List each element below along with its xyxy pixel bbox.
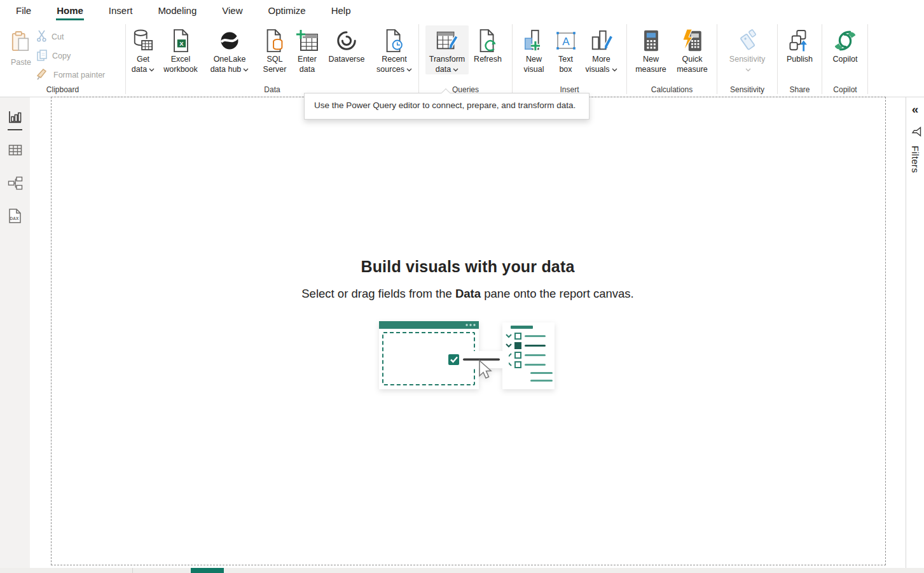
filters-pane-collapsed: « Filters [906, 97, 924, 568]
sql-server-button[interactable]: SQLServer [259, 25, 291, 74]
ribbon-group-share: Publish Share [778, 20, 822, 97]
filters-pane-label[interactable]: Filters [910, 146, 921, 173]
menu-item-file[interactable]: File [3, 1, 44, 20]
group-label-sensitivity: Sensitivity [717, 85, 777, 94]
calculator-icon [641, 27, 661, 55]
publish-button[interactable]: Publish [782, 25, 818, 65]
enter-data-button[interactable]: Enterdata [292, 25, 322, 74]
menu-item-insert[interactable]: Insert [96, 1, 146, 20]
copilot-button[interactable]: Copilot [827, 25, 864, 65]
canvas-subtitle: Select or drag fields from the Data pane… [30, 287, 906, 301]
refresh-button[interactable]: Refresh [470, 25, 506, 65]
refresh-icon [478, 27, 497, 55]
table-pencil-icon [435, 27, 459, 55]
dropdown-chevron-icon [149, 68, 155, 72]
ribbon-group-clipboard: Paste Cut Copy Format painter Clipboard [0, 20, 125, 97]
format-painter-button[interactable]: Format painter [36, 67, 105, 83]
menu-item-optimize[interactable]: Optimize [256, 1, 319, 20]
dax-query-view-icon: DAX [7, 208, 23, 227]
dax-query-view-button[interactable]: DAX [0, 203, 30, 232]
excel-workbook-button[interactable]: X Excelworkbook [161, 25, 200, 74]
svg-text:DAX: DAX [10, 216, 19, 221]
menu-item-help[interactable]: Help [319, 1, 364, 20]
build-visuals-illustration [373, 316, 563, 396]
transform-data-button[interactable]: Transformdata [425, 25, 469, 74]
dataverse-icon [336, 27, 357, 55]
database-icon [132, 27, 154, 55]
model-view-button[interactable] [0, 170, 30, 199]
report-view-button[interactable] [0, 104, 30, 133]
ribbon-group-data: Getdata X Excelworkbook OneLakedata hub … [126, 20, 418, 97]
new-visual-button[interactable]: Newvisual [518, 25, 551, 74]
bar-chart-plus-icon [522, 27, 546, 55]
menu-item-modeling[interactable]: Modeling [145, 1, 209, 20]
cut-button[interactable]: Cut [36, 29, 64, 45]
dropdown-chevron-icon [745, 68, 751, 72]
view-rail: DAX [0, 97, 30, 568]
svg-text:A: A [562, 36, 570, 48]
dropdown-chevron-icon [453, 68, 459, 72]
bottom-bar-divider [132, 568, 133, 573]
ribbon-group-calculations: Newmeasure Quickmeasure Calculations [627, 20, 717, 97]
copy-button[interactable]: Copy [36, 48, 71, 64]
dropdown-chevron-icon [612, 68, 617, 72]
dropdown-chevron-icon [406, 68, 412, 72]
expand-pane-icon[interactable]: « [912, 102, 919, 116]
text-box-icon: A [555, 27, 577, 55]
menubar: File Home Insert Modeling View Optimize … [0, 0, 924, 20]
recent-sources-button[interactable]: Recentsources [371, 25, 418, 74]
dataverse-button[interactable]: Dataverse [324, 25, 369, 65]
get-data-button[interactable]: Getdata [127, 25, 160, 74]
more-visuals-button[interactable]: Morevisuals [581, 25, 622, 74]
sensitivity-label-icon [736, 27, 758, 55]
sensitivity-button[interactable]: Sensitivity [722, 25, 773, 74]
filter-funnel-icon [909, 127, 921, 137]
ribbon: Paste Cut Copy Format painter Clipboard [0, 20, 924, 97]
table-plus-icon [296, 27, 319, 55]
report-canvas[interactable]: Build visuals with your data Select or d… [30, 97, 906, 568]
quick-measure-button[interactable]: Quickmeasure [672, 25, 713, 74]
onelake-data-hub-button[interactable]: OneLakedata hub [202, 25, 258, 74]
menu-item-view[interactable]: View [209, 1, 255, 20]
group-label-share: Share [778, 85, 822, 94]
group-label-copilot: Copilot [822, 85, 868, 94]
format-painter-icon [36, 68, 49, 82]
paste-button[interactable]: Paste [5, 27, 37, 68]
publish-icon [789, 27, 811, 55]
format-painter-label: Format painter [53, 71, 105, 79]
table-view-icon [8, 144, 22, 159]
calculator-lightning-icon [680, 27, 704, 55]
tooltip-text: Use the Power Query editor to connect, p… [314, 100, 576, 110]
bottom-bar [0, 568, 924, 573]
paste-label: Paste [11, 58, 31, 68]
new-measure-button[interactable]: Newmeasure [631, 25, 671, 74]
group-separator [867, 24, 868, 94]
ribbon-group-copilot: Copilot Copilot [822, 20, 868, 97]
report-view-icon [8, 110, 22, 127]
paste-icon [11, 28, 31, 56]
cut-label: Cut [52, 32, 64, 41]
ribbon-group-insert: Newvisual A Textbox Morevisuals Insert [513, 20, 626, 97]
ribbon-group-queries: Transformdata Refresh Queries [419, 20, 512, 97]
copilot-icon [832, 27, 858, 55]
excel-file-icon: X [172, 27, 190, 55]
model-view-icon [8, 176, 23, 193]
cut-icon [36, 30, 47, 44]
transform-data-tooltip: Use the Power Query editor to connect, p… [304, 93, 590, 120]
chart-pencil-icon [590, 27, 614, 55]
table-view-button[interactable] [0, 137, 30, 166]
canvas-heading: Build visuals with your data [30, 258, 906, 276]
copy-icon [36, 49, 48, 64]
group-label-clipboard: Clipboard [0, 85, 125, 94]
svg-text:X: X [179, 40, 184, 47]
ribbon-group-sensitivity: Sensitivity Sensitivity [717, 20, 777, 97]
recent-file-clock-icon [385, 27, 404, 55]
sql-file-icon [265, 27, 284, 55]
copy-label: Copy [52, 52, 71, 60]
menu-item-home[interactable]: Home [44, 1, 96, 20]
active-page-indicator[interactable] [191, 568, 224, 573]
onelake-icon [218, 27, 241, 55]
dropdown-chevron-icon [243, 68, 249, 72]
group-label-calculations: Calculations [627, 85, 717, 94]
text-box-button[interactable]: A Textbox [552, 25, 580, 74]
